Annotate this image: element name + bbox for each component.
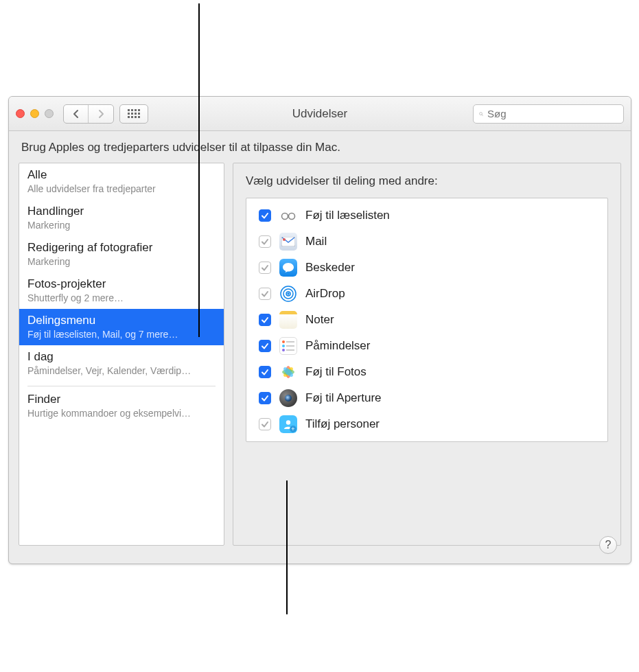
category-sidebar: AlleAlle udvidelser fra tredjeparterHand…	[19, 163, 224, 546]
extension-list: Føj til læselistenMailBeskederAirDropNot…	[246, 198, 608, 442]
forward-button[interactable]	[89, 105, 113, 123]
sidebar-item-title: Handlinger	[27, 205, 216, 218]
extension-row-reminders: Påmindelser	[246, 333, 607, 359]
airdrop-icon	[279, 285, 297, 303]
checkbox[interactable]	[259, 418, 271, 430]
nav-buttons	[63, 104, 114, 124]
reminders-icon	[279, 337, 297, 355]
checkbox[interactable]	[259, 262, 271, 274]
sidebar-item-subtitle: Hurtige kommandoer og eksempelvi…	[27, 408, 216, 419]
sidebar-item-subtitle: Shutterfly og 2 mere…	[27, 292, 216, 303]
extension-row-glasses: Føj til læselisten	[246, 202, 607, 229]
show-all-button[interactable]	[119, 104, 148, 124]
svg-point-2	[282, 213, 288, 220]
sidebar-item-title: Finder	[27, 393, 216, 406]
titlebar: Udvidelser	[9, 97, 631, 131]
sidebar-item-finder[interactable]: Finder Hurtige kommandoer og eksempelvi…	[19, 388, 224, 424]
notes-icon	[279, 311, 297, 329]
sidebar-item-title: I dag	[27, 350, 216, 364]
close-button[interactable]	[16, 109, 25, 118]
sidebar-item-redigering-af-fotografier[interactable]: Redigering af fotografierMarkering	[19, 236, 224, 273]
extension-label: Noter	[305, 313, 334, 327]
grid-icon	[128, 109, 140, 118]
chevron-right-icon	[97, 109, 105, 119]
extension-row-mail: Mail	[246, 229, 607, 255]
sidebar-item-delingsmenu[interactable]: DelingsmenuFøj til læselisten, Mail, og …	[19, 309, 224, 345]
sidebar-separator	[27, 386, 216, 386]
sidebar-item-subtitle: Påmindelser, Vejr, Kalender, Værdip…	[27, 365, 216, 376]
sidebar-item-subtitle: Føj til læselisten, Mail, og 7 mere…	[27, 329, 216, 340]
extension-row-airdrop: AirDrop	[246, 281, 607, 307]
extension-row-notes: Noter	[246, 307, 607, 333]
sidebar-item-subtitle: Markering	[27, 220, 216, 231]
sidebar-item-fotos-projekter[interactable]: Fotos-projekterShutterfly og 2 mere…	[19, 273, 224, 309]
back-button[interactable]	[64, 105, 89, 123]
extension-label: AirDrop	[305, 287, 345, 301]
mail-icon	[279, 233, 297, 251]
sidebar-item-handlinger[interactable]: HandlingerMarkering	[19, 200, 224, 236]
window-title: Udvidelser	[292, 107, 347, 121]
checkbox[interactable]	[259, 209, 271, 222]
messages-icon	[279, 259, 297, 277]
checkbox[interactable]	[259, 288, 271, 300]
svg-point-3	[289, 213, 295, 220]
extension-label: Tilføj personer	[305, 417, 380, 431]
sidebar-item-title: Fotos-projekter	[27, 277, 216, 291]
sidebar-item-subtitle: Markering	[27, 256, 216, 267]
checkbox[interactable]	[259, 314, 271, 326]
sidebar-item-i-dag[interactable]: I dagPåmindelser, Vejr, Kalender, Værdip…	[19, 345, 224, 382]
sidebar-item-subtitle: Alle udvidelser fra tredjeparter	[27, 183, 216, 194]
sidebar-item-alle[interactable]: AlleAlle udvidelser fra tredjeparter	[19, 163, 224, 200]
sidebar-item-title: Redigering af fotografier	[27, 241, 216, 255]
extension-row-messages: Beskeder	[246, 255, 607, 281]
aperture-icon	[279, 389, 297, 407]
search-field[interactable]	[473, 104, 624, 124]
help-button[interactable]: ?	[599, 536, 617, 554]
minimize-button[interactable]	[30, 109, 39, 118]
search-input[interactable]	[487, 108, 618, 119]
main-heading: Vælg udvidelser til deling med andre:	[246, 174, 608, 188]
extension-label: Beskeder	[305, 261, 355, 275]
main-panel: Vælg udvidelser til deling med andre: Fø…	[233, 163, 621, 546]
checkbox[interactable]	[259, 392, 271, 404]
sidebar-item-title: Delingsmenu	[27, 314, 216, 327]
preferences-window: Udvidelser Brug Apples og tredjeparters …	[8, 96, 631, 564]
svg-point-5	[283, 238, 286, 241]
checkbox[interactable]	[259, 340, 271, 352]
window-controls	[16, 109, 54, 118]
extension-row-aperture: Føj til Aperture	[246, 385, 607, 411]
extension-row-people: +Tilføj personer	[246, 411, 607, 437]
extension-label: Føj til Fotos	[305, 365, 367, 379]
extension-row-photos: Føj til Fotos	[246, 359, 607, 385]
photos-icon	[279, 363, 297, 381]
search-icon	[479, 109, 483, 119]
extension-label: Påmindelser	[305, 339, 371, 353]
svg-point-15	[286, 420, 290, 424]
glasses-icon	[279, 207, 297, 224]
svg-line-1	[482, 115, 483, 116]
chevron-left-icon	[72, 109, 80, 119]
svg-point-9	[288, 293, 289, 294]
extension-label: Føj til læselisten	[305, 209, 390, 222]
page-description: Brug Apples og tredjeparters udvidelser …	[9, 131, 631, 154]
extension-label: Mail	[305, 235, 327, 248]
checkbox[interactable]	[259, 366, 271, 378]
sidebar-item-title: Alle	[27, 168, 216, 182]
people-icon: +	[279, 415, 297, 433]
checkbox[interactable]	[259, 235, 271, 248]
extension-label: Føj til Aperture	[305, 391, 382, 405]
zoom-button[interactable]	[45, 109, 54, 118]
